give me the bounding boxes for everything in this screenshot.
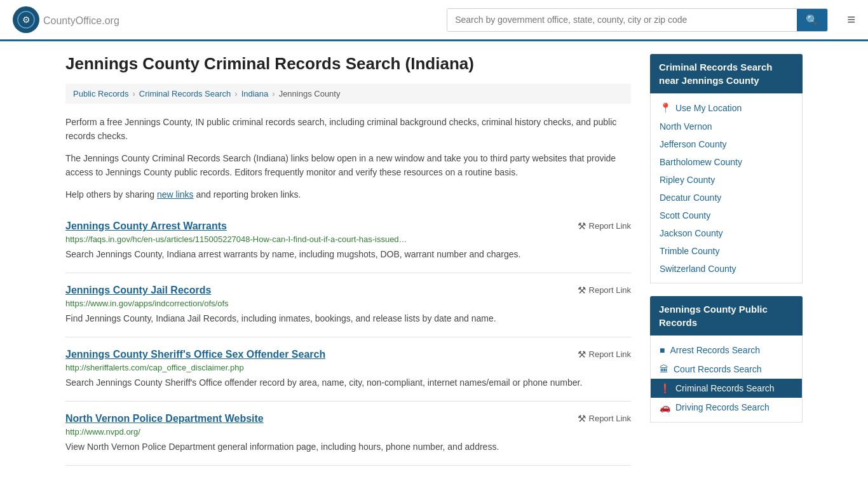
public-record-icon-3: 🚗 xyxy=(660,402,670,412)
public-records-section: Jennings County Public Records ■Arrest R… xyxy=(650,296,803,423)
nearby-link-item-6[interactable]: Jackson County xyxy=(651,224,802,242)
public-record-label-2: Criminal Records Search xyxy=(675,383,775,393)
result-url-2: http://sheriffalerts.com/cap_office_disc… xyxy=(65,363,631,372)
nearby-link-item-2[interactable]: Bartholomew County xyxy=(651,153,802,171)
result-title-2[interactable]: Jennings County Sheriff's Office Sex Off… xyxy=(65,349,325,360)
public-record-icon-2: ❗ xyxy=(660,383,670,393)
nearby-link-2[interactable]: Bartholomew County xyxy=(660,157,793,167)
search-bar: 🔍 xyxy=(447,8,828,32)
nearby-link-item-4[interactable]: Decatur County xyxy=(651,189,802,207)
nearby-link-item-5[interactable]: Scott County xyxy=(651,207,802,224)
content-area: Jennings County Criminal Records Search … xyxy=(65,54,631,466)
nearby-body: 📍 Use My Location North VernonJefferson … xyxy=(650,93,803,283)
public-records-header: Jennings County Public Records xyxy=(650,296,803,336)
logo-icon: ⚙ xyxy=(13,6,39,33)
report-label-0: Report Link xyxy=(589,221,631,231)
nearby-link-8[interactable]: Switzerland County xyxy=(660,264,793,274)
nearby-section: Criminal Records Search near Jennings Co… xyxy=(650,54,803,283)
result-item: Jennings County Sheriff's Office Sex Off… xyxy=(65,337,631,402)
public-record-icon-0: ■ xyxy=(660,345,665,355)
nearby-link-item-0[interactable]: North Vernon xyxy=(651,118,802,135)
report-link-2[interactable]: ⚒ Report Link xyxy=(578,349,631,360)
report-link-1[interactable]: ⚒ Report Link xyxy=(578,285,631,296)
report-label-2: Report Link xyxy=(589,349,631,359)
description-2: The Jennings County Criminal Records Sea… xyxy=(65,151,631,180)
use-location-item[interactable]: 📍 Use My Location xyxy=(651,98,802,118)
public-records-body: ■Arrest Records Search🏛Court Records Sea… xyxy=(650,336,803,423)
nearby-link-5[interactable]: Scott County xyxy=(660,210,793,220)
nearby-link-7[interactable]: Trimble County xyxy=(660,246,793,256)
breadcrumb-criminal-records[interactable]: Criminal Records Search xyxy=(139,89,231,98)
desc3-suffix: and reporting broken links. xyxy=(194,189,301,200)
breadcrumb: Public Records › Criminal Records Search… xyxy=(65,84,631,104)
breadcrumb-sep-1: › xyxy=(132,89,135,98)
desc3-prefix: Help others by sharing xyxy=(65,189,157,200)
breadcrumb-indiana[interactable]: Indiana xyxy=(241,89,269,98)
logo-text: CountyOffice.org xyxy=(43,13,119,27)
nearby-link-4[interactable]: Decatur County xyxy=(660,193,793,203)
logo-main: CountyOffice xyxy=(43,15,102,26)
description-3: Help others by sharing new links and rep… xyxy=(65,187,631,201)
nearby-header: Criminal Records Search near Jennings Co… xyxy=(650,54,803,93)
menu-icon[interactable]: ≡ xyxy=(847,11,855,28)
result-desc-3: View North Vernon Police Department gene… xyxy=(65,440,631,454)
result-desc-1: Find Jennings County, Indiana Jail Recor… xyxy=(65,312,631,325)
description-1: Perform a free Jennings County, IN publi… xyxy=(65,115,631,144)
nearby-link-3[interactable]: Ripley County xyxy=(660,175,793,185)
result-item: Jennings County Jail Records ⚒ Report Li… xyxy=(65,273,631,337)
nearby-link-item-1[interactable]: Jefferson County xyxy=(651,135,802,153)
result-title-0[interactable]: Jennings County Arrest Warrants xyxy=(65,220,227,232)
report-icon-0: ⚒ xyxy=(578,220,586,232)
new-links-link[interactable]: new links xyxy=(157,189,194,200)
public-record-icon-1: 🏛 xyxy=(660,364,668,374)
use-location-label: Use My Location xyxy=(675,103,742,113)
search-button[interactable]: 🔍 xyxy=(797,9,827,31)
result-item: Jennings County Arrest Warrants ⚒ Report… xyxy=(65,209,631,273)
search-icon: 🔍 xyxy=(806,15,818,25)
breadcrumb-public-records[interactable]: Public Records xyxy=(73,89,128,98)
result-header: Jennings County Jail Records ⚒ Report Li… xyxy=(65,285,631,296)
results-list: Jennings County Arrest Warrants ⚒ Report… xyxy=(65,209,631,466)
result-title-1[interactable]: Jennings County Jail Records xyxy=(65,285,211,296)
public-record-link-2[interactable]: ❗Criminal Records Search xyxy=(651,379,802,398)
page-title: Jennings County Criminal Records Search … xyxy=(65,54,631,74)
result-url-0: https://faqs.in.gov/hc/en-us/articles/11… xyxy=(65,234,631,244)
public-record-label-0: Arrest Records Search xyxy=(670,345,760,355)
svg-text:⚙: ⚙ xyxy=(22,15,31,25)
nearby-link-0[interactable]: North Vernon xyxy=(660,121,793,132)
public-record-link-1[interactable]: 🏛Court Records Search xyxy=(651,360,802,379)
use-location-link[interactable]: 📍 Use My Location xyxy=(660,102,793,114)
public-record-label-3: Driving Records Search xyxy=(675,402,770,412)
logo-suffix: .org xyxy=(102,15,119,26)
report-icon-3: ⚒ xyxy=(578,413,586,424)
result-desc-0: Search Jennings County, Indiana arrest w… xyxy=(65,248,631,261)
result-header: North Vernon Police Department Website ⚒… xyxy=(65,413,631,424)
report-icon-1: ⚒ xyxy=(578,285,586,296)
result-url-1: https://www.in.gov/apps/indcorrection/of… xyxy=(65,299,631,308)
sidebar: Criminal Records Search near Jennings Co… xyxy=(650,54,803,466)
nearby-link-item-8[interactable]: Switzerland County xyxy=(651,260,802,278)
public-record-link-3[interactable]: 🚗Driving Records Search xyxy=(651,398,802,417)
public-record-label-1: Court Records Search xyxy=(674,364,762,374)
public-records-links: ■Arrest Records Search🏛Court Records Sea… xyxy=(651,341,802,417)
report-link-0[interactable]: ⚒ Report Link xyxy=(578,220,631,232)
main-container: Jennings County Criminal Records Search … xyxy=(53,41,815,478)
result-desc-2: Search Jennings County Sheriff's Office … xyxy=(65,376,631,390)
breadcrumb-sep-3: › xyxy=(272,89,275,98)
nearby-link-1[interactable]: Jefferson County xyxy=(660,139,793,149)
search-input[interactable] xyxy=(447,9,797,31)
result-url-3: http://www.nvpd.org/ xyxy=(65,427,631,437)
report-link-3[interactable]: ⚒ Report Link xyxy=(578,413,631,424)
report-label-1: Report Link xyxy=(589,285,631,295)
result-item: North Vernon Police Department Website ⚒… xyxy=(65,402,631,466)
logo-link[interactable]: ⚙ CountyOffice.org xyxy=(13,6,119,33)
report-label-3: Report Link xyxy=(589,414,631,423)
nearby-links: North VernonJefferson CountyBartholomew … xyxy=(651,118,802,278)
result-header: Jennings County Sheriff's Office Sex Off… xyxy=(65,349,631,360)
breadcrumb-sep-2: › xyxy=(234,89,237,98)
public-record-link-0[interactable]: ■Arrest Records Search xyxy=(651,341,802,360)
result-title-3[interactable]: North Vernon Police Department Website xyxy=(65,413,264,424)
nearby-link-item-3[interactable]: Ripley County xyxy=(651,171,802,189)
nearby-link-6[interactable]: Jackson County xyxy=(660,228,793,238)
nearby-link-item-7[interactable]: Trimble County xyxy=(651,242,802,260)
